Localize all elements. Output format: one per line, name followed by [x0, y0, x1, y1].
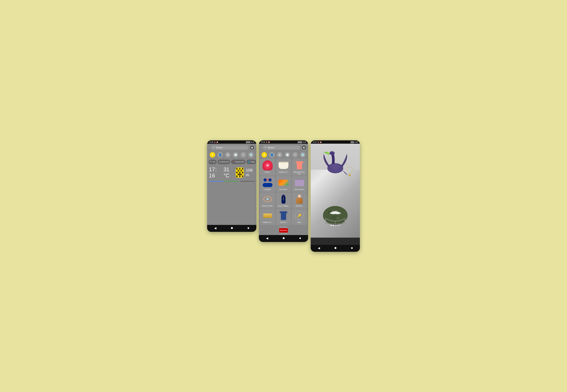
nav-square-1[interactable]: ■: [247, 226, 249, 230]
status-left-3: 17:17 📵 ⏰: [313, 141, 322, 143]
grid-cell-loungefly[interactable]: 🎀 Loungefly ›: [260, 176, 275, 192]
icon-clothes[interactable]: 👕: [248, 152, 254, 157]
grid-cell-hollister2[interactable]: Hollister Co. ›: [260, 209, 275, 225]
progress-bars: [207, 180, 256, 182]
tema-button[interactable]: 🌐 TEMA: [246, 160, 256, 164]
icon-user[interactable]: 👤: [218, 152, 223, 157]
grid-cell-aliita[interactable]: 🔑 Aliita ›: [292, 209, 307, 225]
rebeccahook-chevron: ›: [273, 205, 273, 207]
victorytailgate-image: NE: [278, 194, 289, 204]
grid-cell-supreme1[interactable]: Supreme ›: [292, 193, 307, 209]
mention-button[interactable]: @ MENCIÓN: [218, 160, 230, 164]
grid-row-3: Rebecca Hook › NE: [260, 193, 307, 209]
nav-bar-2: ◀ ⏺ ■: [259, 235, 308, 242]
product-grid: 🌸 Disney › Hollister Co.: [259, 159, 308, 235]
qr-code[interactable]: [236, 168, 244, 178]
icon-user-2[interactable]: 👤: [269, 152, 275, 157]
profile-icon-2: ◉: [303, 146, 305, 149]
nav-back-3[interactable]: ◀: [318, 246, 320, 250]
gif-label: GIF: [213, 161, 215, 163]
grid-cell-rebeccahook[interactable]: Rebecca Hook ›: [260, 193, 275, 209]
grid-row-4: Hollister Co. › Supreme ›: [260, 209, 307, 225]
grid-cell-victorytailgate[interactable]: NE Victory Tailgate ›: [276, 193, 291, 209]
diamond: [266, 198, 269, 200]
signal-1: ▐▐▐▐: [246, 141, 250, 143]
saintlaurent-image: [294, 178, 305, 188]
status-icons-2: 📵 ⏰: [266, 141, 270, 143]
grid-cell-disney[interactable]: 🌸 Disney ›: [260, 159, 275, 175]
grid-cell-bbc[interactable]: Billionaire Boys Club ›: [292, 159, 307, 175]
saintlaurent-label: Saint Laurent ›: [294, 188, 305, 190]
icon-favorites-2[interactable]: ★: [262, 152, 267, 157]
location-label: UBICACIÓN: [235, 161, 244, 163]
icon-emoji-2[interactable]: ☺: [292, 152, 298, 157]
icon-row-1: ★ 👤 ⊕ 🕐 ☺ 👕: [207, 151, 256, 159]
aliita-chevron: ›: [301, 222, 301, 223]
status-left-1: 17:16 📵 ⏰: [209, 141, 218, 143]
nav-home-1[interactable]: ⏺: [231, 226, 233, 230]
dot-5: [339, 225, 340, 226]
nav-home-2[interactable]: ⏺: [282, 237, 285, 240]
hollister2-image: [262, 210, 273, 221]
nav-home-3[interactable]: ⏺: [334, 246, 337, 250]
clock-icon-2: 🕐: [285, 152, 290, 157]
icon-clothes-2[interactable]: 👕: [300, 152, 305, 157]
gif-button[interactable]: 🔍 GIF: [209, 160, 217, 164]
status-bar-1: 17:16 📵 ⏰ ▐▐▐▐ ≋ 63: [207, 140, 256, 144]
nav-back-2[interactable]: ◀: [266, 237, 268, 240]
disney-image: 🌸: [262, 160, 273, 170]
search-placeholder-1: Buscar: [216, 146, 223, 149]
phone-1: 17:16 📵 ⏰ ▐▐▐▐ ≋ 63 ‹ 🔍 Buscar ◉: [207, 140, 256, 232]
svg-line-3: [333, 151, 334, 152]
location-button[interactable]: 📍 UBICACIÓN: [231, 160, 245, 164]
dot-4: [337, 225, 338, 226]
ar-dots: [331, 225, 340, 226]
loungefly-label: Loungefly ›: [264, 188, 271, 190]
partial-cell: Supreme: [279, 226, 288, 235]
search-box-2[interactable]: 🔍 Buscar: [263, 145, 300, 150]
aliita-label: Aliita ›: [297, 222, 301, 223]
nav-square-2[interactable]: ■: [299, 237, 301, 240]
emoji-icon: ☺: [241, 152, 246, 157]
grid-cell-supreme2[interactable]: Supreme ›: [276, 209, 291, 225]
grid-cell-hollister1[interactable]: Hollister Co. ›: [276, 159, 291, 175]
icon-clock[interactable]: 🕐: [233, 152, 238, 157]
battery-3: 62: [356, 141, 358, 143]
back-button-1[interactable]: ‹: [209, 146, 210, 149]
patriots-set: NE: [281, 195, 286, 204]
phone3-content: [311, 144, 360, 245]
dot-3: [335, 225, 336, 226]
signal-2: ▐▐▐▐: [297, 141, 302, 143]
icon-clock-2[interactable]: 🕐: [285, 152, 290, 157]
hollister2-chevron: ›: [272, 222, 272, 223]
widget-time: 17: 16: [209, 167, 222, 179]
favorites-icon-2: ★: [262, 152, 267, 157]
svg-rect-15: [345, 220, 347, 221]
grid-cell-saintlaurent[interactable]: Saint Laurent ›: [292, 176, 307, 192]
icon-add[interactable]: ⊕: [225, 152, 231, 157]
progress-bar-2: [224, 181, 239, 182]
profile-button-2[interactable]: ◉: [301, 145, 306, 150]
action-row-1: 🔍 GIF @ MENCIÓN 📍 UBICACIÓN 🌐 TEMA ↗: [207, 159, 256, 165]
grid-row-2: 🎀 Loungefly › Air Jordan: [260, 176, 307, 192]
progress-bar-3: [240, 181, 255, 182]
search-box-1[interactable]: 🔍 Buscar: [211, 145, 248, 150]
icon-add-2[interactable]: ⊕: [277, 152, 282, 157]
grid-cell-airjordan[interactable]: Air Jordan ›: [276, 176, 291, 192]
nav-square-3[interactable]: ■: [351, 246, 353, 250]
hollister1-image: [278, 160, 289, 170]
wifi-3: ≋: [354, 141, 356, 143]
nav-back-1[interactable]: ◀: [214, 226, 216, 230]
emoji-icon-2: ☺: [292, 152, 298, 157]
back-button-2[interactable]: ‹: [261, 146, 262, 149]
status-bar-2: 17:16 📵 ⏰ ▐▐▐▐ ≋ 63: [259, 140, 308, 144]
svg-point-13: [327, 216, 332, 218]
icon-favorites[interactable]: ★: [210, 152, 215, 157]
icon-emoji[interactable]: ☺: [241, 152, 246, 157]
victorytailgate-label: Victory Tailgate ›: [278, 205, 289, 207]
status-left-2: 17:16 📵 ⏰: [261, 141, 270, 143]
phone-3: 17:17 📵 ⏰ ▐▐▐ ≋ 62: [311, 140, 360, 252]
profile-button-1[interactable]: ◉: [250, 145, 255, 150]
mention-icon: @: [219, 161, 220, 163]
widget-temp: 31 °C: [224, 167, 234, 179]
